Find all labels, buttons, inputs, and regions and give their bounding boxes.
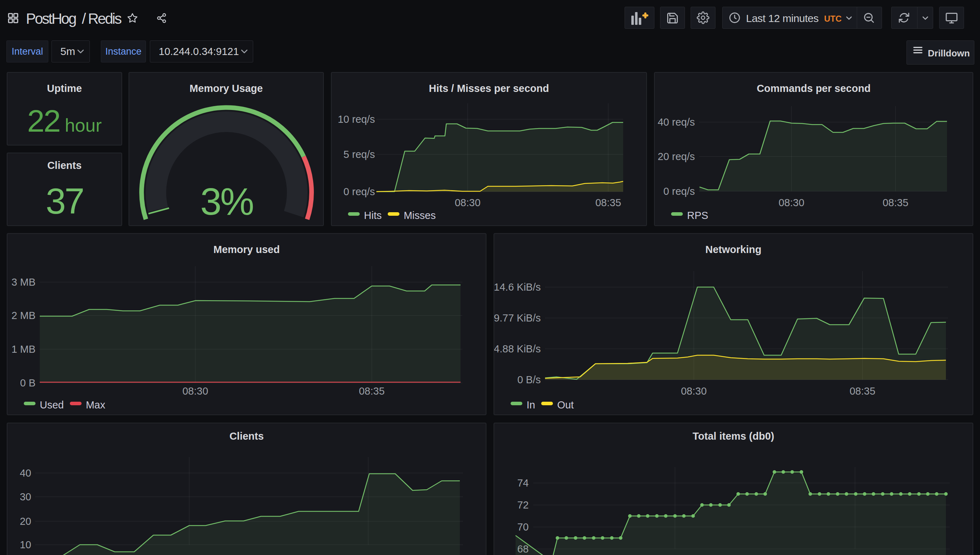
svg-text:14.6 KiB/s: 14.6 KiB/s xyxy=(494,281,541,293)
svg-text:08:30: 08:30 xyxy=(183,385,209,397)
svg-text:74: 74 xyxy=(517,477,529,489)
svg-text:0 B/s: 0 B/s xyxy=(517,374,541,385)
svg-text:1 MB: 1 MB xyxy=(11,343,35,355)
svg-text:08:35: 08:35 xyxy=(596,197,622,208)
svg-text:0 req/s: 0 req/s xyxy=(663,186,695,197)
svg-text:5 req/s: 5 req/s xyxy=(343,149,375,160)
svg-text:08:30: 08:30 xyxy=(455,197,481,208)
svg-text:08:35: 08:35 xyxy=(850,385,876,397)
svg-text:4.88 KiB/s: 4.88 KiB/s xyxy=(494,343,541,354)
svg-text:Misses: Misses xyxy=(404,210,436,221)
svg-text:0 B: 0 B xyxy=(20,377,35,388)
svg-text:Used: Used xyxy=(40,399,64,411)
svg-text:08:35: 08:35 xyxy=(883,197,909,208)
svg-text:40: 40 xyxy=(20,467,31,479)
svg-text:40 req/s: 40 req/s xyxy=(658,116,695,128)
svg-text:In: In xyxy=(527,399,535,411)
svg-text:72: 72 xyxy=(517,499,529,511)
svg-text:08:35: 08:35 xyxy=(359,385,385,397)
svg-text:30: 30 xyxy=(20,491,31,502)
svg-text:10: 10 xyxy=(20,539,31,550)
svg-text:20 req/s: 20 req/s xyxy=(658,151,695,162)
svg-text:RPS: RPS xyxy=(687,210,708,221)
svg-text:70: 70 xyxy=(517,521,529,533)
svg-text:Max: Max xyxy=(86,399,106,411)
svg-text:Out: Out xyxy=(557,399,574,411)
svg-text:3%: 3% xyxy=(200,180,253,223)
svg-text:10 req/s: 10 req/s xyxy=(338,114,375,125)
svg-text:2 MB: 2 MB xyxy=(11,310,35,321)
svg-text:08:30: 08:30 xyxy=(681,385,707,397)
svg-text:9.77 KiB/s: 9.77 KiB/s xyxy=(494,312,541,324)
svg-text:0 req/s: 0 req/s xyxy=(343,186,375,197)
svg-text:08:30: 08:30 xyxy=(779,197,805,208)
svg-text:20: 20 xyxy=(20,516,31,527)
svg-text:3 MB: 3 MB xyxy=(11,276,35,288)
svg-text:Hits: Hits xyxy=(364,210,382,221)
